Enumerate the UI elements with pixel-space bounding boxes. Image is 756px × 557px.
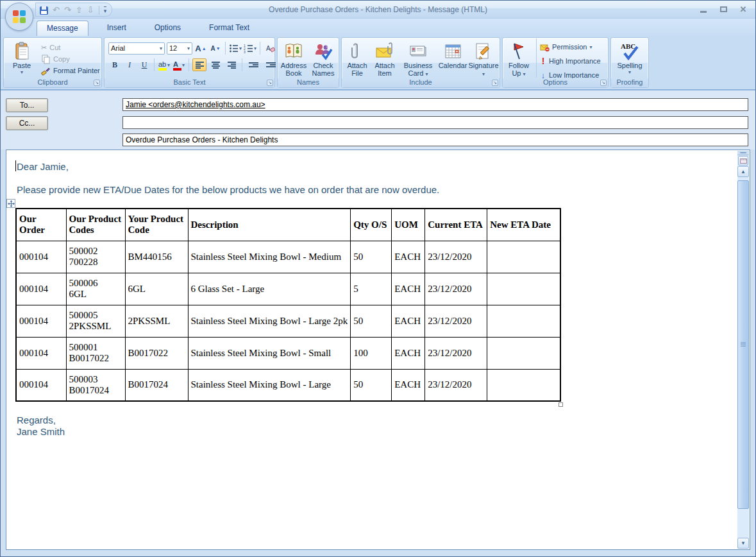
save-icon[interactable] (40, 6, 48, 15)
table-cell[interactable]: 5000066GL (66, 273, 125, 305)
scrollbar-thumb[interactable] (737, 180, 749, 509)
paste-button[interactable]: Paste ▾ (6, 40, 37, 83)
calendar-button[interactable]: Calendar (437, 40, 469, 83)
table-cell[interactable]: EACH (392, 273, 425, 305)
subject-field[interactable]: Overdue Purchase Orders - Kitchen Deligh… (122, 133, 748, 146)
table-cell[interactable]: EACH (392, 305, 425, 337)
table-cell[interactable]: 50 (351, 241, 392, 273)
table-cell[interactable]: B0017022 (125, 337, 188, 369)
font-color-button[interactable]: A ▾ (172, 58, 185, 71)
split-handle[interactable] (737, 151, 749, 155)
attach-item-button[interactable]: Attach Item (371, 40, 399, 83)
minimize-button[interactable] (698, 4, 709, 14)
options-dialog-launcher-icon[interactable]: ↘ (600, 80, 607, 86)
font-size-combo[interactable]: 12 ▾ (167, 42, 192, 55)
table-cell[interactable]: 5 (351, 273, 392, 305)
office-button[interactable] (5, 3, 33, 31)
table-cell[interactable]: 50 (351, 305, 392, 337)
customize-quick-access-icon[interactable]: ▾ (104, 6, 107, 14)
maximize-button[interactable] (718, 4, 729, 14)
scroll-up-button[interactable]: ▲ (737, 166, 749, 177)
clipboard-dialog-launcher-icon[interactable]: ↘ (94, 80, 100, 86)
table-cell[interactable]: 2PKSSML (125, 305, 188, 337)
table-cell[interactable]: 000104 (16, 369, 66, 401)
scrollbar-track[interactable] (737, 177, 749, 538)
follow-up-button[interactable]: Follow Up ▾ (504, 40, 533, 83)
align-right-button[interactable] (224, 58, 239, 71)
message-body[interactable]: Dear Jamie, Please provide new ETA/Due D… (6, 150, 750, 550)
bullets-button[interactable]: ▾ (229, 42, 242, 55)
permission-button[interactable]: Permission ▾ (540, 41, 601, 53)
table-cell[interactable]: 23/12/2020 (425, 273, 487, 305)
format-painter-button[interactable]: Format Painter (41, 65, 100, 76)
table-cell[interactable]: 100 (351, 337, 392, 369)
basic-text-dialog-launcher-icon[interactable]: ↘ (267, 80, 273, 86)
redo-icon[interactable]: ↷ (64, 6, 71, 15)
table-cell[interactable]: 23/12/2020 (425, 337, 487, 369)
to-recipient[interactable]: Jamie <orders@kitchendelights.com.au> (126, 100, 265, 109)
increase-indent-button[interactable] (263, 58, 278, 71)
undo-icon[interactable]: ↶ (53, 6, 60, 15)
copy-button[interactable]: Copy (41, 53, 100, 65)
table-cell[interactable]: EACH (392, 337, 425, 369)
table-cell[interactable] (487, 369, 560, 401)
table-cell[interactable]: EACH (392, 369, 425, 401)
table-cell[interactable]: EACH (392, 241, 425, 273)
to-field[interactable]: Jamie <orders@kitchendelights.com.au> (122, 98, 748, 111)
table-resize-handle[interactable] (559, 402, 563, 407)
tab-message[interactable]: Message (37, 21, 88, 36)
table-cell[interactable]: 000104 (16, 241, 66, 273)
shrink-font-button[interactable]: A▼ (209, 42, 222, 55)
include-dialog-launcher-icon[interactable]: ↘ (492, 80, 498, 86)
cc-button[interactable]: Cc... (6, 116, 48, 130)
table-cell[interactable]: 000104 (16, 273, 66, 305)
table-cell[interactable]: 23/12/2020 (425, 305, 487, 337)
tab-format-text[interactable]: Format Text (199, 21, 259, 36)
numbering-button[interactable]: 1 2 3 ▾ (244, 42, 256, 55)
business-card-button[interactable]: Business Card ▾ (399, 40, 437, 83)
table-cell[interactable] (487, 305, 560, 337)
scroll-down-button[interactable]: ▼ (737, 538, 749, 549)
table-cell[interactable]: 000104 (16, 305, 66, 337)
next-item-icon[interactable]: ⇩ (87, 6, 94, 15)
address-book-button[interactable]: Address Book (278, 40, 309, 83)
tab-insert[interactable]: Insert (97, 21, 136, 36)
tab-options[interactable]: Options (145, 21, 190, 36)
font-name-combo[interactable]: Arial ▾ (108, 42, 165, 55)
table-cell[interactable]: 23/12/2020 (425, 369, 487, 401)
message-body-content[interactable]: Dear Jamie, Please provide new ETA/Due D… (6, 150, 737, 549)
table-cell[interactable]: 23/12/2020 (425, 241, 487, 273)
attach-file-button[interactable]: Attach File (343, 40, 371, 83)
vertical-scrollbar[interactable]: ▲ ▼ (737, 151, 749, 549)
align-left-button[interactable] (192, 58, 206, 71)
spelling-button[interactable]: ABC Spelling ▾ (614, 40, 645, 83)
table-cell[interactable]: BM440156 (125, 241, 188, 273)
table-cell[interactable]: 50 (351, 369, 392, 401)
signature-button[interactable]: Signature▾ (467, 40, 500, 83)
table-cell[interactable] (487, 337, 560, 369)
table-cell[interactable]: 6 Glass Set - Large (188, 273, 351, 305)
table-cell[interactable]: Stainless Steel Mixing Bowl - Medium (188, 241, 351, 273)
underline-button[interactable]: U (138, 58, 151, 71)
table-cell[interactable]: 5000052PKSSML (66, 305, 125, 337)
table-cell[interactable]: 500002700228 (66, 241, 125, 273)
italic-button[interactable]: I (123, 58, 136, 71)
table-cell[interactable]: Stainless Steel Mixing Bowl - Small (188, 337, 351, 369)
previous-item-icon[interactable]: ⇧ (76, 6, 83, 15)
purchase-orders-table[interactable]: Our OrderOur Product CodesYour Product C… (15, 208, 561, 402)
table-cell[interactable] (487, 241, 560, 273)
table-cell[interactable]: 500003B0017024 (66, 369, 125, 401)
view-ruler-button[interactable] (738, 156, 748, 166)
table-cell[interactable]: 500001B0017022 (66, 337, 125, 369)
cut-button[interactable]: ✂ Cut (41, 42, 100, 53)
table-cell[interactable]: Stainless Steel Mixing Bowl - Large (188, 369, 351, 401)
table-cell[interactable]: B0017024 (125, 369, 188, 401)
bold-button[interactable]: B (108, 58, 121, 71)
grow-font-button[interactable]: A▲ (194, 42, 207, 55)
clear-formatting-button[interactable]: A (264, 42, 276, 55)
table-move-handle[interactable] (6, 199, 15, 208)
to-button[interactable]: To... (6, 98, 48, 112)
table-cell[interactable]: 6GL (125, 273, 188, 305)
align-center-button[interactable] (208, 58, 223, 71)
text-highlight-button[interactable]: ab ▾ (158, 58, 171, 71)
